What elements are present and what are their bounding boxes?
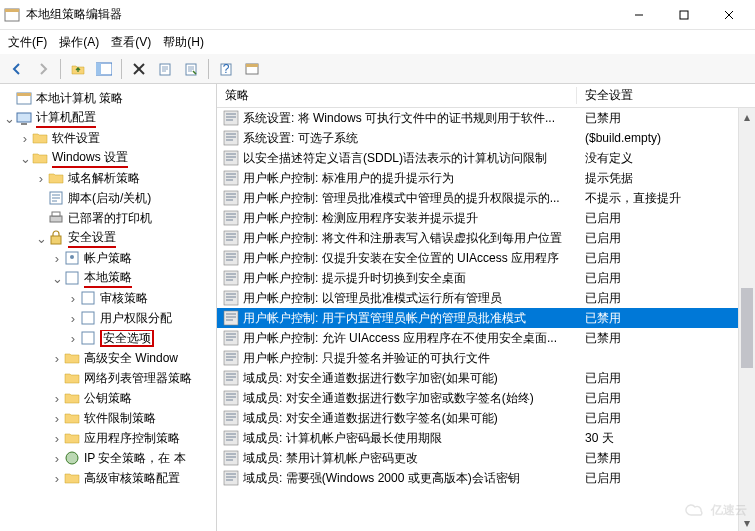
expand-icon[interactable]: › [50,352,64,365]
expand-icon[interactable]: › [66,312,80,325]
vertical-scrollbar[interactable]: ▴ ▾ [738,108,755,531]
expand-icon[interactable]: › [50,432,64,445]
collapse-icon[interactable]: ⌄ [50,272,64,285]
list-row[interactable]: 系统设置: 可选子系统($build.empty) [217,128,755,148]
list-pane[interactable]: 策略 安全设置 系统设置: 将 Windows 可执行文件中的证书规则用于软件.… [217,84,755,531]
list-row[interactable]: 用户帐户控制: 将文件和注册表写入错误虚拟化到每用户位置已启用 [217,228,755,248]
expand-icon[interactable]: › [34,172,48,185]
policy-name: 系统设置: 可选子系统 [243,130,358,147]
expand-icon[interactable]: › [66,292,80,305]
list-row[interactable]: 用户帐户控制: 标准用户的提升提示行为提示凭据 [217,168,755,188]
maximize-button[interactable] [661,1,706,29]
minimize-button[interactable] [616,1,661,29]
window-title: 本地组策略编辑器 [26,6,616,23]
tree-adv-firewall[interactable]: › 高级安全 Window [0,348,216,368]
up-button[interactable] [67,58,89,80]
tree-computer-config[interactable]: ⌄ 计算机配置 [0,108,216,128]
svg-rect-54 [226,219,233,221]
tree-adv-audit[interactable]: › 高级审核策略配置 [0,468,216,488]
list-row[interactable]: 域成员: 对安全通道数据进行数字加密(如果可能)已启用 [217,368,755,388]
list-row[interactable]: 域成员: 禁用计算机帐户密码更改已禁用 [217,448,755,468]
menu-help[interactable]: 帮助(H) [163,34,204,51]
menu-view[interactable]: 查看(V) [111,34,151,51]
expand-icon[interactable]: › [50,472,64,485]
close-button[interactable] [706,1,751,29]
svg-rect-73 [226,316,236,318]
list-row[interactable]: 用户帐户控制: 管理员批准模式中管理员的提升权限提示的...不提示，直接提升 [217,188,755,208]
collapse-icon[interactable]: ⌄ [34,232,48,245]
toolbar-separator [208,59,209,79]
tree-software-restriction[interactable]: › 软件限制策略 [0,408,216,428]
col-header-setting[interactable]: 安全设置 [577,87,755,104]
expand-icon[interactable]: › [66,332,80,345]
menu-file[interactable]: 文件(F) [8,34,47,51]
back-button[interactable] [6,58,28,80]
svg-rect-23 [51,236,61,244]
collapse-icon[interactable]: ⌄ [18,152,32,165]
list-row[interactable]: 用户帐户控制: 允许 UIAccess 应用程序在不使用安全桌面...已禁用 [217,328,755,348]
tree-ipsec[interactable]: › IP 安全策略，在 本 [0,448,216,468]
policy-name: 用户帐户控制: 管理员批准模式中管理员的提升权限提示的... [243,190,560,207]
tree-account-policies[interactable]: › 帐户策略 [0,248,216,268]
list-row[interactable]: 域成员: 需要强(Windows 2000 或更高版本)会话密钥已启用 [217,468,755,488]
forward-button[interactable] [32,58,54,80]
export-button[interactable] [154,58,176,80]
svg-rect-69 [226,296,236,298]
list-row[interactable]: 系统设置: 将 Windows 可执行文件中的证书规则用于软件...已禁用 [217,108,755,128]
list-row[interactable]: 用户帐户控制: 提示提升时切换到安全桌面已启用 [217,268,755,288]
list-row[interactable]: 用户帐户控制: 检测应用程序安装并提示提升已启用 [217,208,755,228]
svg-rect-56 [226,233,236,235]
tree-security-settings[interactable]: ⌄ 安全设置 [0,228,216,248]
list-row[interactable]: 以安全描述符定义语言(SDDL)语法表示的计算机访问限制没有定义 [217,148,755,168]
tree-network-list-manager[interactable]: 网络列表管理器策略 [0,368,216,388]
tree-app-control[interactable]: › 应用程序控制策略 [0,428,216,448]
expand-icon[interactable]: › [50,252,64,265]
expand-icon[interactable]: › [50,412,64,425]
tree-scripts[interactable]: 脚本(启动/关机) [0,188,216,208]
policy-setting: 已启用 [577,470,755,487]
tree-windows-settings[interactable]: ⌄ Windows 设置 [0,148,216,168]
list-row[interactable]: 用户帐户控制: 仅提升安装在安全位置的 UIAccess 应用程序已启用 [217,248,755,268]
tree-user-rights[interactable]: › 用户权限分配 [0,308,216,328]
tree-security-options[interactable]: › 安全选项 [0,328,216,348]
scripts-icon [48,190,64,206]
security-options-icon [80,330,96,346]
tree-root[interactable]: 本地计算机 策略 [0,88,216,108]
list-row[interactable]: 域成员: 对安全通道数据进行数字加密或数字签名(始终)已启用 [217,388,755,408]
delete-button[interactable] [128,58,150,80]
scroll-down-icon[interactable]: ▾ [739,514,755,531]
printer-icon [48,210,64,226]
list-row[interactable]: 域成员: 计算机帐户密码最长使用期限30 天 [217,428,755,448]
refresh-button[interactable] [241,58,263,80]
list-row[interactable]: 用户帐户控制: 用于内置管理员帐户的管理员批准模式已禁用 [217,308,755,328]
scroll-thumb[interactable] [741,288,753,368]
folder-icon [32,130,48,146]
expand-icon[interactable]: › [50,452,64,465]
tree-deployed-printers[interactable]: 已部署的打印机 [0,208,216,228]
list-row[interactable]: 用户帐户控制: 以管理员批准模式运行所有管理员已启用 [217,288,755,308]
tree-software-settings[interactable]: › 软件设置 [0,128,216,148]
list-row[interactable]: 域成员: 对安全通道数据进行数字签名(如果可能)已启用 [217,408,755,428]
scroll-up-icon[interactable]: ▴ [739,108,755,125]
tree-public-key[interactable]: › 公钥策略 [0,388,216,408]
policy-name: 域成员: 禁用计算机帐户密码更改 [243,450,418,467]
show-hide-tree-button[interactable] [93,58,115,80]
svg-rect-89 [226,396,236,398]
tree-audit-policy[interactable]: › 审核策略 [0,288,216,308]
policy-item-icon [223,250,239,266]
col-header-policy[interactable]: 策略 [217,87,577,104]
help-button[interactable]: ? [215,58,237,80]
policy-root-icon [16,90,32,106]
expand-icon[interactable]: › [50,392,64,405]
tree-dns-policy[interactable]: › 域名解析策略 [0,168,216,188]
user-rights-icon [80,310,96,326]
expand-icon[interactable]: › [18,132,32,145]
properties-button[interactable] [180,58,202,80]
collapse-icon[interactable]: ⌄ [2,112,16,125]
list-row[interactable]: 用户帐户控制: 只提升签名并验证的可执行文件 [217,348,755,368]
policy-item-icon [223,270,239,286]
tree-pane[interactable]: 本地计算机 策略 ⌄ 计算机配置 › 软件设置 ⌄ Windows 设置 › 域… [0,84,217,531]
tree-local-policies[interactable]: ⌄ 本地策略 [0,268,216,288]
menu-action[interactable]: 操作(A) [59,34,99,51]
policy-name: 域成员: 对安全通道数据进行数字加密(如果可能) [243,370,498,387]
